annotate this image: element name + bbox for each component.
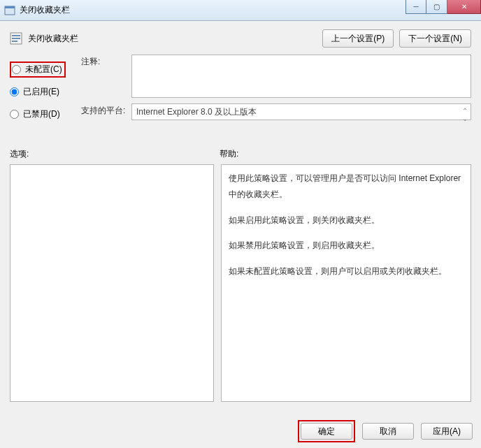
next-setting-button[interactable]: 下一个设置(N) (399, 29, 471, 48)
options-panel (10, 164, 214, 402)
highlight-not-configured: 未配置(C) (10, 62, 66, 78)
radio-enabled-label: 已启用(E) (23, 86, 59, 98)
window-icon (4, 5, 15, 16)
comment-label: 注释: (81, 55, 131, 68)
window-title: 关闭收藏夹栏 (20, 4, 70, 16)
apply-button[interactable]: 应用(A) (421, 423, 473, 440)
page-heading: 关闭收藏夹栏 (28, 33, 78, 45)
help-text-1: 使用此策略设置，可以管理用户是否可以访问 Internet Explorer 中… (229, 171, 464, 203)
svg-rect-3 (12, 35, 20, 36)
maximize-button[interactable]: ▢ (426, 0, 447, 14)
close-button[interactable]: ✕ (447, 0, 481, 14)
help-text-3: 如果禁用此策略设置，则启用收藏夹栏。 (229, 238, 464, 254)
title-bar: 关闭收藏夹栏 ─ ▢ ✕ (0, 0, 481, 21)
window-buttons: ─ ▢ ✕ (405, 0, 481, 14)
platform-field[interactable]: Internet Explorer 8.0 及以上版本 ⌃⌄ (131, 103, 471, 120)
cancel-button[interactable]: 取消 (362, 423, 414, 440)
svg-rect-5 (12, 41, 17, 42)
platform-value: Internet Explorer 8.0 及以上版本 (136, 106, 257, 118)
highlight-ok: 确定 (298, 420, 355, 442)
help-text-2: 如果启用此策略设置，则关闭收藏夹栏。 (229, 212, 464, 229)
policy-icon (10, 32, 22, 45)
help-text-4: 如果未配置此策略设置，则用户可以启用或关闭收藏夹栏。 (229, 263, 464, 280)
comment-textarea[interactable] (131, 55, 471, 98)
radio-disabled-label: 已禁用(D) (23, 108, 60, 120)
radio-not-configured-label: 未配置(C) (25, 64, 62, 75)
caret-icon: ⌃⌄ (462, 107, 468, 122)
help-label: 帮助: (220, 148, 238, 160)
options-label: 选项: (10, 148, 220, 160)
platform-label: 支持的平台: (81, 103, 131, 117)
svg-rect-1 (5, 6, 15, 8)
help-panel: 使用此策略设置，可以管理用户是否可以访问 Internet Explorer 中… (221, 164, 471, 402)
minimize-button[interactable]: ─ (405, 0, 426, 14)
radio-not-configured[interactable] (12, 65, 21, 74)
radio-enabled[interactable] (10, 87, 19, 96)
prev-setting-button[interactable]: 上一个设置(P) (322, 29, 394, 48)
svg-rect-4 (12, 38, 20, 39)
ok-button[interactable]: 确定 (301, 423, 352, 440)
radio-disabled[interactable] (10, 110, 19, 119)
